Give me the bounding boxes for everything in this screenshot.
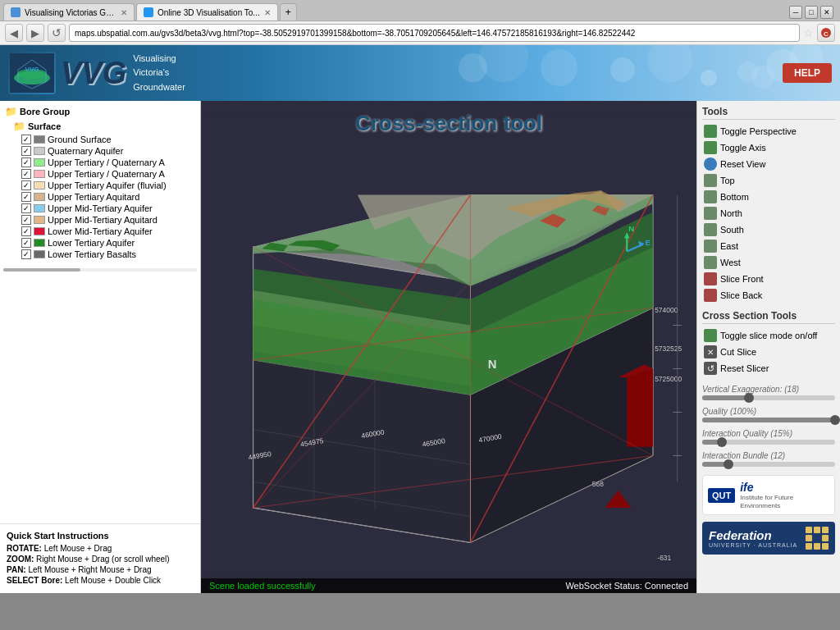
3d-view-area[interactable]: Cross-section tool <box>201 101 696 593</box>
ife-text: ife <box>740 481 829 494</box>
surface-group-item[interactable]: 📁 Surface <box>3 119 197 134</box>
help-button[interactable]: HELP <box>783 63 832 83</box>
svg-text:568: 568 <box>592 480 604 488</box>
reset-view-button[interactable]: Reset View <box>702 156 835 172</box>
layer-label: Upper Tertiary Aquitard <box>48 192 139 202</box>
layer-swatch <box>34 181 45 189</box>
east-view-button[interactable]: East <box>702 238 835 254</box>
tab1-close[interactable]: ✕ <box>121 8 127 17</box>
bore-group-label: Bore Group <box>20 107 70 116</box>
layer-checkbox[interactable]: ✓ <box>21 169 31 179</box>
browser-menu-button[interactable]: C <box>817 24 835 42</box>
svg-marker-39 <box>627 368 653 446</box>
list-item[interactable]: ✓ Upper Mid-Tertiary Aquitard <box>3 214 197 226</box>
list-item[interactable]: ✓ Upper Tertiary / Quaternary A <box>3 168 197 180</box>
layer-checkbox[interactable]: ✓ <box>21 215 31 225</box>
quality-thumb[interactable] <box>830 415 840 425</box>
pan-instruction: PAN: Left Mouse + Right Mouse + Drag <box>7 565 194 574</box>
interaction-quality-track[interactable] <box>702 440 835 445</box>
list-item[interactable]: ✓ Ground Surface <box>3 134 197 145</box>
layer-checkbox[interactable]: ✓ <box>21 180 31 190</box>
bore-group-item[interactable]: 📁 Bore Group <box>3 104 197 119</box>
layer-checkbox[interactable]: ✓ <box>21 238 31 248</box>
back-button[interactable]: ◀ <box>5 24 23 42</box>
west-view-button[interactable]: West <box>702 254 835 271</box>
layer-swatch <box>34 135 45 144</box>
layer-swatch <box>34 216 45 224</box>
bottom-view-icon <box>704 190 717 203</box>
layer-label: Upper Mid-Tertiary Aquifer <box>48 203 153 213</box>
layer-checkbox[interactable]: ✓ <box>21 249 31 259</box>
bottom-view-label: Bottom <box>720 192 749 202</box>
list-item[interactable]: ✓ Lower Tertiary Aquifer <box>3 237 197 249</box>
list-item[interactable]: ✓ Upper Mid-Tertiary Aquifer <box>3 203 197 214</box>
top-view-label: Top <box>720 176 735 185</box>
layer-checkbox[interactable]: ✓ <box>21 158 31 167</box>
quality-track[interactable] <box>702 418 835 422</box>
list-item[interactable]: ✓ Lower Tertiary Basalts <box>3 249 197 260</box>
new-tab-button[interactable]: + <box>280 3 297 21</box>
browser-tab-1[interactable]: Visualising Victorias Grou... ✕ <box>3 3 135 21</box>
close-button[interactable]: ✕ <box>820 6 833 19</box>
layer-swatch <box>34 250 45 258</box>
websocket-status: WebSocket Status: Connected <box>565 581 688 591</box>
toggle-axis-button[interactable]: Toggle Axis <box>702 139 835 156</box>
slice-back-button[interactable]: Slice Back <box>702 287 835 304</box>
list-item[interactable]: ✓ Upper Tertiary / Quaternary A <box>3 157 197 168</box>
toggle-perspective-label: Toggle Perspective <box>720 126 797 136</box>
layer-tree: 📁 Bore Group 📁 Surface ✓ Ground Surface … <box>0 101 200 524</box>
layer-label: Upper Tertiary / Quaternary A <box>48 158 165 167</box>
reset-view-label: Reset View <box>720 159 765 169</box>
interaction-quality-thumb[interactable] <box>717 437 727 447</box>
interaction-quality-group: Interaction Quality (15%) <box>702 429 835 445</box>
interaction-bundle-label: Interaction Bundle (12) <box>702 451 835 460</box>
south-view-icon <box>704 223 717 236</box>
slice-front-button[interactable]: Slice Front <box>702 271 835 287</box>
south-view-button[interactable]: South <box>702 221 835 238</box>
toggle-perspective-button[interactable]: Toggle Perspective <box>702 123 835 139</box>
layer-label: Upper Tertiary Aquifer (fluvial) <box>48 180 167 190</box>
logos-section: QUT ife Institute for Future Environment… <box>702 475 835 555</box>
layer-checkbox[interactable]: ✓ <box>21 203 31 213</box>
svg-text:VVG: VVG <box>25 66 39 73</box>
list-item[interactable]: ✓ Quaternary Aquifer <box>3 145 197 157</box>
slice-back-label: Slice Back <box>720 290 762 300</box>
list-item[interactable]: ✓ Upper Tertiary Aquifer (fluvial) <box>3 180 197 191</box>
3d-scene-svg[interactable]: N E 449950 454975 460000 465000 470000 5… <box>201 101 696 593</box>
maximize-button[interactable]: □ <box>805 6 818 19</box>
refresh-button[interactable]: ↺ <box>48 24 66 42</box>
header-tagline-2: Victoria's <box>133 66 185 80</box>
interaction-bundle-thumb[interactable] <box>724 459 733 469</box>
tab2-close[interactable]: ✕ <box>264 8 271 17</box>
tab2-label: Online 3D Visualisation To... <box>158 8 260 17</box>
select-instruction: SELECT Bore: Left Mouse + Double Click <box>7 576 194 585</box>
toggle-axis-label: Toggle Axis <box>720 143 766 153</box>
south-view-label: South <box>720 225 744 235</box>
layer-checkbox[interactable]: ✓ <box>21 135 31 144</box>
minimize-button[interactable]: ─ <box>789 6 802 19</box>
north-view-button[interactable]: North <box>702 205 835 221</box>
forward-button[interactable]: ▶ <box>26 24 44 42</box>
bottom-view-button[interactable]: Bottom <box>702 189 835 205</box>
layer-checkbox[interactable]: ✓ <box>21 192 31 202</box>
list-item[interactable]: ✓ Lower Mid-Tertiary Aquifer <box>3 226 197 237</box>
layer-checkbox[interactable]: ✓ <box>21 226 31 236</box>
slice-front-icon <box>704 272 717 285</box>
list-item[interactable]: ✓ Upper Tertiary Aquitard <box>3 191 197 203</box>
bookmark-star[interactable]: ☆ <box>803 26 814 39</box>
cut-slice-button[interactable]: ✕ Cut Slice <box>702 344 835 360</box>
vertical-exaggeration-track[interactable] <box>702 395 835 400</box>
vertical-exaggeration-thumb[interactable] <box>744 393 754 403</box>
layer-swatch <box>34 158 45 167</box>
quality-label: Quality (100%) <box>702 407 835 416</box>
layer-checkbox[interactable]: ✓ <box>21 146 31 156</box>
toggle-slice-mode-button[interactable]: Toggle slice mode on/off <box>702 327 835 344</box>
interaction-bundle-track[interactable] <box>702 462 835 467</box>
layer-label: Lower Tertiary Aquifer <box>48 238 135 248</box>
browser-tab-2[interactable]: Online 3D Visualisation To... ✕ <box>136 3 278 21</box>
top-view-button[interactable]: Top <box>702 172 835 189</box>
header-tagline-3: Groundwater <box>133 80 185 95</box>
url-bar[interactable] <box>69 24 800 42</box>
toggle-perspective-icon <box>704 125 717 138</box>
reset-slicer-button[interactable]: ↺ Reset Slicer <box>702 360 835 377</box>
